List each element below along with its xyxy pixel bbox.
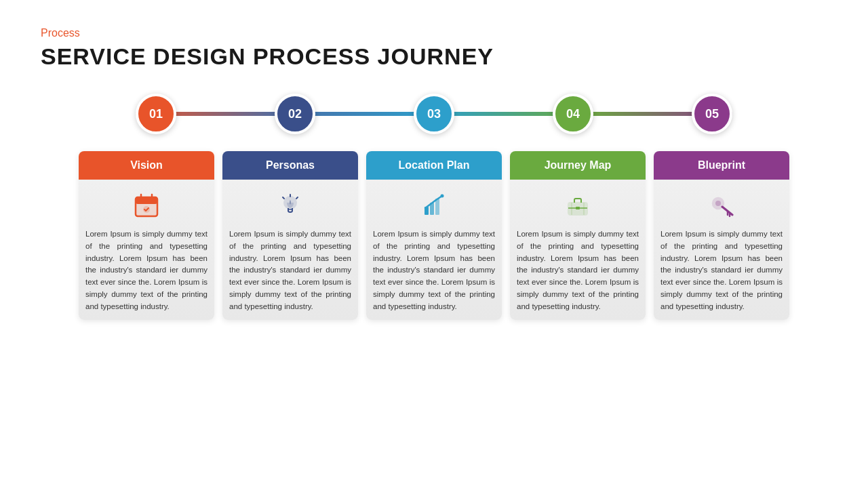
timeline-nodes: 01 02 03 04 05 [41, 94, 827, 134]
card-personas: Personas Lorem Ipsum is simply dum [222, 151, 358, 320]
page-title: SERVICE DESIGN PROCESS JOURNEY [41, 43, 827, 70]
slide: Process SERVICE DESIGN PROCESS JOURNEY 0… [0, 0, 868, 488]
svg-rect-17 [576, 207, 580, 209]
card-title-personas: Personas [266, 159, 315, 171]
card-title-vision: Vision [130, 159, 163, 171]
card-header-journey-map: Journey Map [510, 151, 646, 180]
process-label: Process [41, 27, 827, 39]
card-header-personas: Personas [222, 151, 358, 180]
bulb-icon [278, 190, 302, 220]
key-icon [709, 190, 734, 220]
card-header-vision: Vision [79, 151, 214, 180]
svg-line-9 [283, 197, 284, 199]
card-body-journey-map: Lorem Ipsum is simply dummy text of the … [510, 180, 646, 320]
chart-icon [422, 190, 446, 220]
card-body-vision: Lorem Ipsum is simply dummy text of the … [79, 180, 214, 320]
node-circle-2: 02 [275, 94, 315, 134]
calendar-icon [134, 190, 159, 220]
card-title-journey-map: Journey Map [545, 159, 612, 171]
card-title-blueprint: Blueprint [698, 159, 745, 171]
card-text-location-plan: Lorem Ipsum is simply dummy text of the … [373, 228, 495, 313]
card-body-location-plan: Lorem Ipsum is simply dummy text of the … [366, 180, 502, 320]
card-blueprint: Blueprint Lorem Ipsum is simply dummy te… [654, 151, 789, 320]
node-circle-1: 01 [136, 94, 176, 134]
node-circle-3: 03 [414, 94, 454, 134]
card-header-blueprint: Blueprint [654, 151, 789, 180]
timeline-node-2: 02 [275, 94, 315, 134]
timeline-node-1: 01 [136, 94, 176, 134]
card-text-blueprint: Lorem Ipsum is simply dummy text of the … [660, 228, 783, 313]
card-body-blueprint: Lorem Ipsum is simply dummy text of the … [654, 180, 789, 320]
timeline-node-3: 03 [414, 94, 454, 134]
card-journey-map: Journey Map Lorem Ipsum is simply dummy … [510, 151, 646, 320]
card-header-location-plan: Location Plan [366, 151, 502, 180]
svg-rect-2 [136, 197, 157, 204]
cards-section: Vision Lorem Ipsum is simply dummy text … [41, 151, 827, 320]
card-text-personas: Lorem Ipsum is simply dummy text of the … [229, 228, 351, 313]
node-circle-5: 05 [692, 94, 732, 134]
svg-line-10 [296, 197, 298, 199]
timeline-node-5: 05 [692, 94, 732, 134]
svg-point-21 [715, 201, 721, 206]
card-text-journey-map: Lorem Ipsum is simply dummy text of the … [517, 228, 639, 313]
card-vision: Vision Lorem Ipsum is simply dummy text … [79, 151, 214, 320]
card-location-plan: Location Plan Lorem Ipsum is simply dumm… [366, 151, 502, 320]
card-body-personas: Lorem Ipsum is simply dummy text of the … [222, 180, 358, 320]
card-text-vision: Lorem Ipsum is simply dummy text of the … [85, 228, 208, 313]
node-circle-4: 04 [553, 94, 593, 134]
briefcase-icon [566, 190, 590, 220]
timeline: 01 02 03 04 05 [41, 90, 827, 138]
timeline-node-4: 04 [553, 94, 593, 134]
card-title-location-plan: Location Plan [399, 159, 470, 171]
